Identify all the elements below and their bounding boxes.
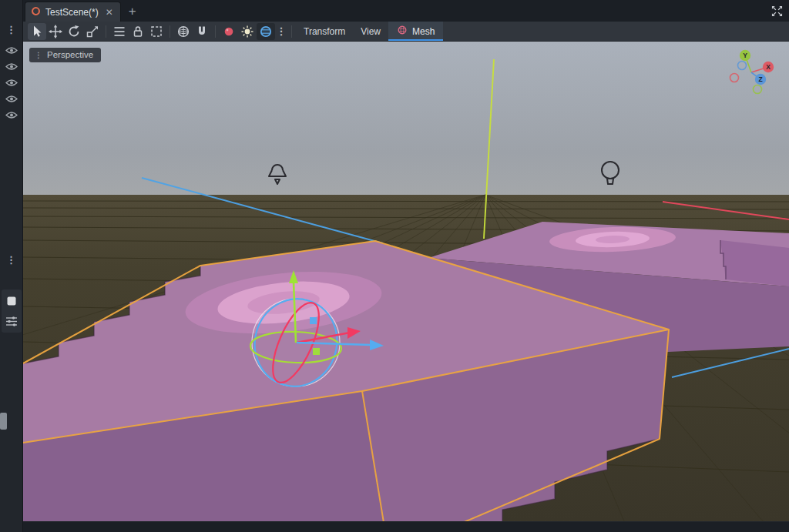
more-options-icon[interactable]: ⋮ — [275, 25, 287, 37]
snap-magnet-icon[interactable] — [193, 23, 211, 40]
perspective-menu[interactable]: ⋮ Perspective — [29, 48, 101, 62]
toolbar-separator — [106, 25, 106, 38]
axis-x-label: X — [766, 63, 771, 71]
visibility-eye-icon[interactable] — [2, 44, 21, 57]
scene-tab[interactable]: TestScene(*) ✕ — [25, 2, 121, 22]
mesh-menu-label: Mesh — [412, 26, 435, 37]
toolbar-separator — [170, 25, 170, 38]
view-menu[interactable]: View — [353, 22, 388, 41]
dock-menu-icon[interactable]: ⋮ — [0, 25, 22, 35]
axis-ball-x[interactable]: X — [763, 62, 774, 72]
toolbar-separator — [215, 25, 216, 38]
local-space-globe-icon[interactable] — [174, 23, 193, 40]
move-tool-icon[interactable] — [46, 23, 65, 40]
axis-y-label: Y — [743, 52, 747, 59]
scene-icon — [31, 6, 41, 18]
scene-tab-bar: TestScene(*) ✕ + — [23, 0, 789, 22]
white-square-icon[interactable] — [3, 293, 20, 309]
group-icon[interactable] — [147, 23, 166, 40]
visibility-eye-icon[interactable] — [2, 60, 21, 73]
perspective-label: Perspective — [47, 50, 93, 59]
toolbar-separator — [291, 25, 292, 38]
red-sphere-icon[interactable] — [220, 23, 238, 40]
scene-tab-label: TestScene(*) — [45, 7, 99, 18]
dock-handle[interactable] — [0, 413, 7, 430]
bottom-panel — [23, 521, 789, 532]
sliders-icon[interactable] — [3, 313, 20, 330]
preview-sun-icon[interactable] — [238, 23, 257, 40]
3d-viewport[interactable]: Y X Z ⋮ Perspective — [23, 42, 789, 521]
close-tab-icon[interactable]: ✕ — [106, 7, 113, 18]
left-dock-strip: ⋮ ⋮ — [0, 0, 23, 532]
visibility-column — [0, 44, 22, 122]
transform-menu[interactable]: Transform — [296, 22, 353, 41]
mesh-menu[interactable]: Mesh — [388, 22, 443, 41]
perspective-menu-icon: ⋮ — [35, 51, 42, 59]
scale-tool-icon[interactable] — [83, 23, 102, 40]
select-list-icon[interactable] — [110, 23, 129, 40]
add-tab-button[interactable]: + — [129, 5, 136, 18]
expand-window-icon[interactable] — [771, 5, 783, 20]
lock-icon[interactable] — [129, 23, 147, 40]
gizmo-plane-handle-blue[interactable] — [310, 317, 317, 324]
viewport-toolbar: ⋮ Transform View Mesh — [23, 22, 789, 42]
godot-editor-window: ⋮ ⋮ TestScene(*) ✕ + — [0, 0, 789, 532]
scene-canvas: Y X Z — [23, 42, 789, 521]
visibility-eye-icon[interactable] — [2, 92, 21, 105]
preview-environment-icon[interactable] — [257, 23, 275, 40]
visibility-eye-icon[interactable] — [2, 109, 21, 122]
gizmo-plane-handle-green[interactable] — [313, 348, 320, 355]
axis-ball-y[interactable]: Y — [740, 50, 750, 61]
dock-menu-icon[interactable]: ⋮ — [0, 255, 22, 265]
dock-mini-panel — [2, 289, 22, 333]
visibility-eye-icon[interactable] — [2, 76, 21, 89]
select-tool-icon[interactable] — [28, 23, 46, 40]
rotate-tool-icon[interactable] — [65, 23, 83, 40]
axis-ball-z[interactable]: Z — [755, 74, 766, 85]
sky — [23, 42, 789, 196]
axis-z-label: Z — [758, 75, 762, 83]
mesh-wireframe-sphere-icon — [397, 25, 408, 38]
